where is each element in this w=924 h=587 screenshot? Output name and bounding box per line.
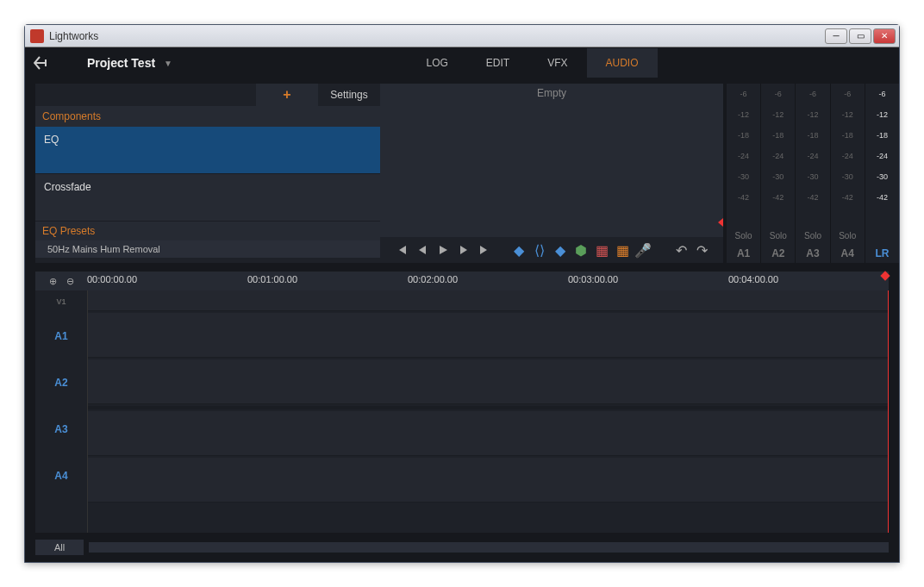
track-lanes[interactable] — [87, 290, 889, 533]
topbar: Project Test ▼ LOG EDIT VFX AUDIO — [25, 47, 899, 78]
ruler-ticks[interactable]: 00:00:00.00 00:01:00.00 00:02:00.00 00:0… — [87, 272, 889, 290]
component-eq[interactable]: EQ — [35, 127, 380, 174]
channel-a2[interactable]: A2 — [760, 244, 795, 263]
project-name: Project Test — [87, 56, 155, 70]
meter-lr: -6 -12 -18 -24 -30 -42 — [865, 84, 899, 228]
all-tracks-button[interactable]: All — [35, 540, 84, 555]
tab-edit[interactable]: EDIT — [467, 48, 528, 78]
components-header: Components — [35, 106, 380, 127]
bottom-bar: All — [35, 538, 889, 557]
audio-meters: -6 -12 -18 -24 -30 -42 -6 -12 -18 -24 — [727, 84, 899, 263]
playhead-marker-icon[interactable] — [882, 272, 889, 283]
marker-cue-icon[interactable]: ⟨⟩ — [533, 243, 546, 257]
lane-a3[interactable] — [88, 411, 889, 456]
maximize-button[interactable]: ▭ — [849, 28, 871, 44]
solo-a1[interactable]: Solo — [727, 228, 760, 244]
channel-a4[interactable]: A4 — [830, 244, 865, 263]
lane-v1[interactable] — [88, 290, 889, 311]
track-label-v1[interactable]: V1 — [35, 290, 87, 313]
tab-log[interactable]: LOG — [407, 48, 466, 78]
add-tab[interactable]: + — [256, 84, 318, 106]
window-frame: Lightworks ─ ▭ ✕ Project Test ▼ LOG EDIT… — [24, 24, 900, 563]
transport-bar: ◆ ⟨⟩ ◆ ⬢ ▦ ▦ 🎤 ↶ ↷ — [380, 237, 723, 263]
undo-icon[interactable]: ↶ — [674, 243, 688, 257]
viewer-area: Empty ◆ ⟨⟩ ◆ ⬢ ▦ ▦ — [380, 84, 899, 263]
main-tabs: LOG EDIT VFX AUDIO — [407, 48, 657, 78]
channel-row: A1 A2 A3 A4 LR — [727, 244, 899, 263]
timeline-scrollbar[interactable] — [89, 542, 889, 553]
meter-a3: -6 -12 -18 -24 -30 -42 — [795, 84, 829, 228]
tracks: V1 A1 A2 A3 A4 — [35, 290, 889, 533]
group-separator — [88, 406, 889, 409]
track-labels: V1 A1 A2 A3 A4 — [35, 290, 87, 533]
content-row: + Settings Components EQ Crossfade EQ Pr… — [25, 78, 899, 263]
time-ruler[interactable]: ⊕ ⊖ 00:00:00.00 00:01:00.00 00:02:00.00 … — [35, 272, 889, 290]
tick-3: 00:03:00.00 — [568, 274, 618, 284]
solo-a4[interactable]: Solo — [830, 228, 865, 244]
component-crossfade[interactable]: Crossfade — [35, 174, 380, 222]
solo-lr: . — [865, 228, 899, 244]
track-label-a2[interactable]: A2 — [35, 359, 87, 406]
timeline: ⊕ ⊖ 00:00:00.00 00:01:00.00 00:02:00.00 … — [35, 272, 889, 533]
track-label-a3[interactable]: A3 — [35, 406, 87, 453]
tick-0: 00:00:00.00 — [87, 274, 137, 284]
solo-a2[interactable]: Solo — [760, 228, 795, 244]
lane-a2[interactable] — [88, 359, 889, 404]
add-marker-icon[interactable]: ⬢ — [574, 243, 588, 257]
redo-icon[interactable]: ↷ — [695, 243, 709, 257]
viewer-empty-label: Empty — [380, 84, 723, 237]
go-start-icon[interactable] — [395, 243, 409, 257]
track-label-a4[interactable]: A4 — [35, 453, 87, 499]
app-body: Project Test ▼ LOG EDIT VFX AUDIO + Sett… — [25, 47, 899, 562]
insert-section-icon[interactable]: ▦ — [615, 243, 629, 257]
meter-a4: -6 -12 -18 -24 -30 -42 — [830, 84, 865, 228]
lane-a1[interactable] — [88, 313, 889, 358]
play-icon[interactable] — [436, 243, 450, 257]
close-button[interactable]: ✕ — [873, 28, 896, 44]
go-end-icon[interactable] — [478, 243, 491, 257]
back-icon[interactable] — [32, 53, 53, 73]
tick-1: 00:01:00.00 — [247, 274, 297, 284]
playhead-indicator-icon — [718, 218, 723, 227]
components-list: EQ Crossfade — [35, 127, 380, 222]
minimize-button[interactable]: ─ — [825, 28, 847, 44]
viewer: Empty ◆ ⟨⟩ ◆ ⬢ ▦ ▦ — [380, 84, 723, 263]
tick-2: 00:02:00.00 — [408, 274, 458, 284]
presets-header: EQ Presets — [35, 222, 380, 240]
app-icon — [30, 29, 44, 43]
settings-tab[interactable]: Settings — [318, 84, 380, 106]
tick-4: 00:04:00.00 — [728, 274, 778, 284]
playhead-line[interactable] — [888, 290, 889, 533]
components-panel: + Settings Components EQ Crossfade EQ Pr… — [35, 84, 380, 263]
meter-a1: -6 -12 -18 -24 -30 -42 — [727, 84, 760, 228]
track-label-a1[interactable]: A1 — [35, 313, 87, 359]
channel-lr[interactable]: LR — [865, 244, 899, 263]
mark-in-icon[interactable]: ◆ — [512, 243, 526, 257]
channel-a3[interactable]: A3 — [795, 244, 829, 263]
lane-a4[interactable] — [88, 458, 889, 503]
solo-row: Solo Solo Solo Solo . — [727, 228, 899, 244]
solo-a3[interactable]: Solo — [795, 228, 829, 244]
prev-frame-icon[interactable] — [415, 243, 429, 257]
zoom-in-icon[interactable]: ⊕ — [47, 275, 59, 287]
zoom-out-icon[interactable]: ⊖ — [64, 275, 76, 287]
meter-a2: -6 -12 -18 -24 -30 -42 — [760, 84, 795, 228]
project-dropdown-icon[interactable]: ▼ — [164, 59, 172, 68]
next-frame-icon[interactable] — [457, 243, 471, 257]
titlebar[interactable]: Lightworks ─ ▭ ✕ — [25, 25, 899, 47]
tab-vfx[interactable]: VFX — [528, 48, 586, 78]
remove-section-icon[interactable]: ▦ — [595, 243, 609, 257]
window-title: Lightworks — [49, 30, 825, 42]
channel-a1[interactable]: A1 — [727, 244, 760, 263]
tab-audio[interactable]: AUDIO — [587, 48, 658, 78]
preset-item[interactable]: 50Hz Mains Hum Removal — [35, 240, 380, 258]
mark-out-icon[interactable]: ◆ — [553, 243, 567, 257]
mic-icon[interactable]: 🎤 — [636, 243, 650, 257]
